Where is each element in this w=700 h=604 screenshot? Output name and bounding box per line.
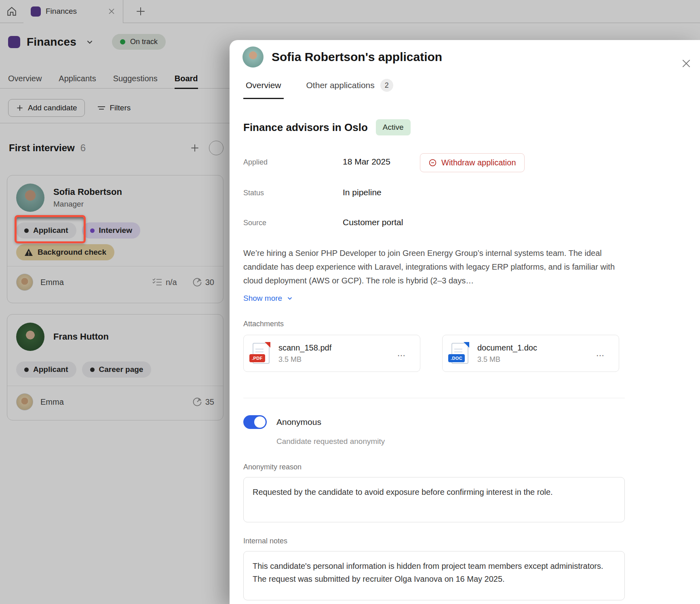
show-more-label: Show more: [243, 294, 282, 303]
pdf-file-icon: .PDF: [253, 343, 270, 364]
modal-title: Sofia Robertson's application: [272, 50, 442, 64]
attachment-card-pdf[interactable]: .PDF scann_158.pdf 3.5 MB ⋯: [243, 335, 420, 372]
modal-tabs: Overview Other applications 2: [230, 68, 700, 101]
show-more-link[interactable]: Show more: [243, 294, 293, 303]
attachments-row: .PDF scann_158.pdf 3.5 MB ⋯ .DOC documen…: [243, 335, 625, 372]
job-title: Finance advisors in Oslo: [243, 121, 368, 134]
anonymity-reason-input[interactable]: Requested by the candidate to avoid expo…: [243, 477, 625, 522]
close-modal-button[interactable]: [679, 56, 694, 71]
close-icon: [681, 58, 692, 69]
attachment-card-doc[interactable]: .DOC document_1.doc 3.5 MB ⋯: [442, 335, 619, 372]
anonymity-reason-label: Anonymity reason: [243, 463, 625, 471]
doc-file-icon: .DOC: [451, 343, 468, 364]
attachment-name: document_1.doc: [477, 343, 537, 353]
field-label: Applied: [243, 156, 343, 167]
anonymous-label: Anonymous: [276, 417, 321, 427]
application-modal: Sofia Robertson's application Overview O…: [230, 40, 700, 604]
count-badge: 2: [380, 79, 393, 92]
anonymous-toggle[interactable]: [243, 415, 267, 429]
anonymous-toggle-row: Anonymous: [243, 415, 625, 429]
tab-label: Other applications: [306, 80, 375, 90]
field-row-source: Source Customer portal: [243, 216, 625, 234]
section-divider: [243, 398, 625, 398]
internal-notes-input[interactable]: This candidate's personal information is…: [243, 551, 625, 600]
modal-tab-other-applications[interactable]: Other applications 2: [306, 79, 393, 101]
job-description: We’re hiring a Senior PHP Developer to j…: [243, 246, 625, 287]
attachment-name: scann_158.pdf: [278, 343, 331, 353]
field-label: Source: [243, 216, 343, 227]
attachment-more-button[interactable]: ⋯: [397, 351, 406, 360]
field-row-applied: Applied 18 Mar 2025 Withdraw application: [243, 156, 625, 173]
annotation-highlight-applicant-tag: [15, 215, 86, 243]
field-row-status: Status In pipeline: [243, 186, 625, 204]
modal-tab-overview[interactable]: Overview: [246, 80, 281, 99]
internal-notes-label: Internal notes: [243, 537, 625, 545]
field-value: 18 Mar 2025: [343, 156, 390, 167]
modal-header: Sofia Robertson's application: [230, 40, 700, 68]
job-status-badge: Active: [376, 119, 411, 135]
chevron-down-icon: [286, 295, 293, 302]
tab-label: Overview: [246, 80, 281, 90]
avatar: [242, 46, 264, 68]
attachment-size: 3.5 MB: [278, 355, 331, 364]
withdraw-application-button[interactable]: Withdraw application: [420, 153, 525, 172]
field-value: Customer portal: [343, 216, 403, 227]
attachments-label: Attachments: [243, 320, 625, 328]
field-value: In pipeline: [343, 186, 382, 197]
field-label: Status: [243, 186, 343, 197]
circle-minus-icon: [428, 158, 437, 167]
modal-body: Finance advisors in Oslo Active Applied …: [230, 119, 625, 600]
withdraw-label: Withdraw application: [441, 158, 516, 167]
attachment-size: 3.5 MB: [477, 355, 537, 364]
job-row: Finance advisors in Oslo Active: [243, 119, 625, 135]
anonymous-hint: Candidate requested anonymity: [276, 437, 625, 446]
attachment-more-button[interactable]: ⋯: [596, 351, 605, 360]
